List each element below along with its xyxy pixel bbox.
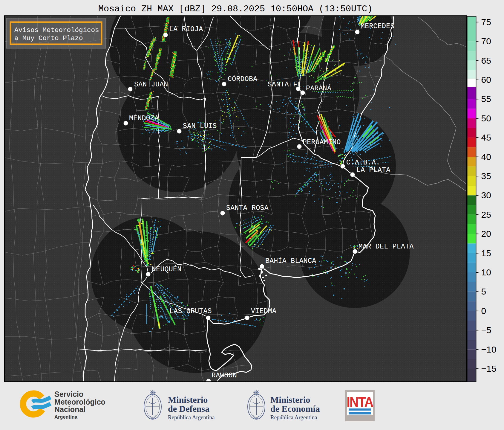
svg-text:República Argentina: República Argentina bbox=[270, 414, 317, 420]
svg-text:de Defensa: de Defensa bbox=[168, 404, 209, 414]
svg-text:SANTA FE: SANTA FE bbox=[268, 81, 302, 89]
svg-text:Ministerio: Ministerio bbox=[270, 395, 310, 405]
svg-text:5: 5 bbox=[481, 286, 486, 296]
svg-text:Ministerio: Ministerio bbox=[168, 395, 208, 405]
svg-text:0: 0 bbox=[481, 306, 486, 316]
svg-text:45: 45 bbox=[481, 132, 491, 142]
svg-text:10: 10 bbox=[481, 267, 491, 277]
svg-text:NEUQUÉN: NEUQUÉN bbox=[152, 265, 181, 273]
svg-text:Avisos Meteorológicos: Avisos Meteorológicos bbox=[14, 26, 99, 34]
svg-text:Nacional: Nacional bbox=[54, 405, 85, 414]
svg-text:−10: −10 bbox=[481, 344, 497, 354]
svg-text:15: 15 bbox=[481, 248, 491, 258]
svg-text:MERCEDES: MERCEDES bbox=[361, 22, 395, 30]
svg-text:Meteorológico: Meteorológico bbox=[54, 398, 105, 406]
svg-text:de Economía: de Economía bbox=[270, 404, 320, 414]
svg-text:25: 25 bbox=[481, 210, 491, 219]
svg-text:SAN JUAN: SAN JUAN bbox=[134, 81, 168, 89]
svg-text:−5: −5 bbox=[481, 325, 491, 335]
svg-text:LA PLATA: LA PLATA bbox=[356, 166, 390, 174]
svg-text:BAHÍA BLANCA: BAHÍA BLANCA bbox=[265, 257, 316, 265]
svg-text:LA RIOJA: LA RIOJA bbox=[169, 25, 203, 33]
svg-text:60: 60 bbox=[481, 75, 491, 85]
svg-text:VIEDMA: VIEDMA bbox=[251, 307, 276, 315]
svg-text:PARANÁ: PARANÁ bbox=[306, 84, 331, 92]
svg-text:20: 20 bbox=[481, 229, 491, 239]
svg-text:a Muy Corto Plazo: a Muy Corto Plazo bbox=[14, 34, 83, 42]
svg-text:MAR DEL PLATA: MAR DEL PLATA bbox=[359, 243, 414, 251]
svg-text:Argentina: Argentina bbox=[54, 414, 78, 420]
svg-text:CÓRDOBA: CÓRDOBA bbox=[228, 75, 257, 83]
svg-text:República Argentina: República Argentina bbox=[168, 414, 215, 420]
svg-text:−15: −15 bbox=[481, 364, 497, 373]
svg-text:Servicio: Servicio bbox=[54, 390, 83, 398]
svg-text:50: 50 bbox=[481, 113, 491, 123]
svg-text:PERGAMINO: PERGAMINO bbox=[303, 138, 341, 146]
svg-text:35: 35 bbox=[481, 171, 491, 181]
svg-text:MENDOZA: MENDOZA bbox=[129, 115, 159, 122]
svg-text:70: 70 bbox=[481, 36, 491, 46]
svg-text:LAS GRUTAS: LAS GRUTAS bbox=[169, 307, 212, 315]
svg-text:55: 55 bbox=[481, 94, 491, 104]
svg-text:INTA: INTA bbox=[347, 394, 373, 409]
svg-text:C.A.B.A.: C.A.B.A. bbox=[346, 159, 380, 167]
svg-text:75: 75 bbox=[481, 17, 491, 27]
svg-text:SANTA ROSA: SANTA ROSA bbox=[226, 204, 269, 212]
svg-text:65: 65 bbox=[481, 56, 491, 65]
svg-text:RAWSON: RAWSON bbox=[212, 372, 237, 379]
svg-text:Mosaico ZH MAX [dBZ] 29.08.202: Mosaico ZH MAX [dBZ] 29.08.2025 10:50HOA… bbox=[98, 4, 373, 14]
svg-text:40: 40 bbox=[481, 152, 491, 162]
svg-text:SAN LUIS: SAN LUIS bbox=[183, 122, 217, 130]
svg-text:30: 30 bbox=[481, 190, 491, 200]
